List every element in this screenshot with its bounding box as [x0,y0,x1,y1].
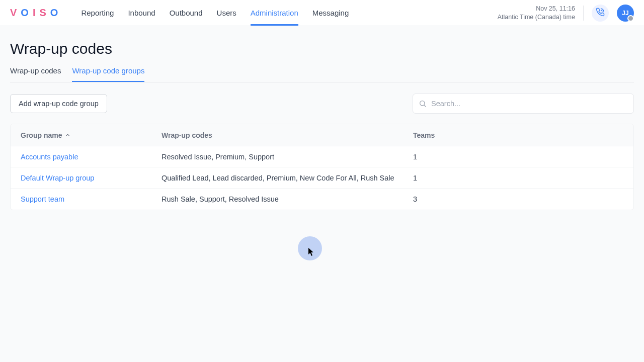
svg-point-0 [420,101,425,106]
col-wrapup-codes[interactable]: Wrap-up codes [162,131,413,139]
col-group-name[interactable]: Group name [21,131,162,139]
date-text: Nov 25, 11:16 [498,5,575,13]
topbar: VOISO Reporting Inbound Outbound Users A… [0,0,644,26]
group-codes: Qualified Lead, Lead discarded, Premium,… [162,174,413,182]
main-nav: Reporting Inbound Outbound Users Adminis… [81,0,349,26]
groups-table: Group name Wrap-up codes Teams Accounts … [10,124,634,210]
tabs: Wrap-up codes Wrap-up code groups [10,66,634,82]
phone-button[interactable] [592,5,609,22]
nav-users[interactable]: Users [217,0,236,26]
table-row[interactable]: Accounts payable Resolved Issue, Premium… [11,146,633,167]
tz-text: Atlantic Time (Canada) time [498,13,575,21]
divider [583,6,584,21]
col-wrapup-codes-label: Wrap-up codes [162,131,212,139]
actions-row: Add wrap-up code group [10,94,634,114]
cursor-highlight [298,236,322,260]
nav-outbound[interactable]: Outbound [170,0,203,26]
col-teams-label: Teams [413,131,435,139]
search-input[interactable] [413,94,634,114]
phone-icon [596,8,605,19]
tab-wrapup-codes[interactable]: Wrap-up codes [10,66,61,82]
tab-wrapup-code-groups[interactable]: Wrap-up code groups [72,66,144,82]
nav-reporting[interactable]: Reporting [81,0,114,26]
col-teams[interactable]: Teams [413,131,623,139]
group-name-link[interactable]: Support team [21,195,162,203]
group-teams: 1 [413,153,623,161]
page: Wrap-up codes Wrap-up codes Wrap-up code… [0,26,644,210]
page-title: Wrap-up codes [10,40,634,57]
nav-messaging[interactable]: Messaging [312,0,349,26]
datetime: Nov 25, 11:16 Atlantic Time (Canada) tim… [498,5,575,21]
avatar[interactable]: JJ [617,5,634,22]
group-teams: 1 [413,174,623,182]
table-row[interactable]: Support team Rush Sale, Support, Resolve… [11,189,633,210]
group-name-link[interactable]: Accounts payable [21,153,162,161]
topbar-right: Nov 25, 11:16 Atlantic Time (Canada) tim… [498,5,634,22]
group-codes: Rush Sale, Support, Resolved Issue [162,195,413,203]
svg-line-1 [424,105,426,107]
table-row[interactable]: Default Wrap-up group Qualified Lead, Le… [11,167,633,189]
group-teams: 3 [413,195,623,203]
logo[interactable]: VOISO [10,7,61,19]
table-header: Group name Wrap-up codes Teams [11,124,633,146]
nav-inbound[interactable]: Inbound [128,0,155,26]
nav-administration[interactable]: Administration [251,0,298,26]
cursor-icon [308,247,315,256]
group-name-link[interactable]: Default Wrap-up group [21,174,162,182]
add-group-button[interactable]: Add wrap-up code group [10,94,107,113]
search-wrap [413,94,634,114]
sort-asc-icon [65,131,70,139]
group-codes: Resolved Issue, Premium, Support [162,153,413,161]
col-group-name-label: Group name [21,131,62,139]
